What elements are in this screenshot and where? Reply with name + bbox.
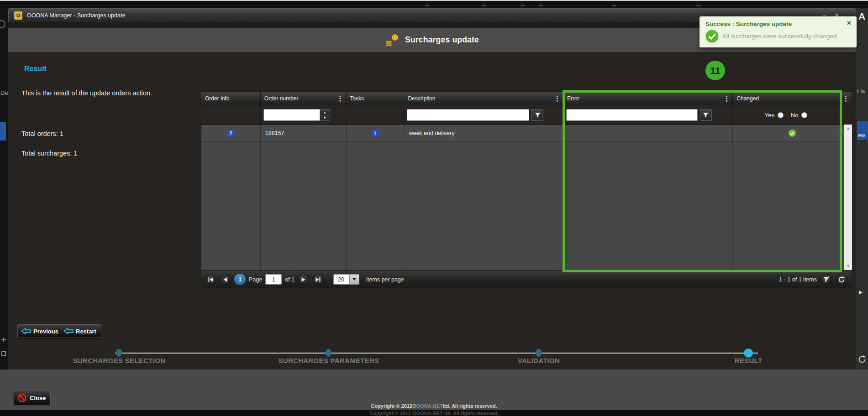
page-title: Surcharges update [405, 35, 479, 45]
background-window-artifact [482, 5, 486, 6]
previous-page-button[interactable] [220, 274, 231, 285]
items-range-label: 1 - 1 of 1 items [779, 276, 817, 283]
background-square-artifact [1, 351, 6, 356]
numeric-spinner: ▲ ▼ [320, 109, 330, 121]
toast-message: All surcharges were successfully changed [722, 33, 837, 40]
background-text-artifact: t la [857, 88, 865, 94]
step-dot-validation [536, 349, 542, 357]
order-number-filter-input[interactable] [263, 109, 320, 121]
page-of-label: of 1 [285, 276, 295, 283]
column-header-label: Order number [264, 95, 299, 102]
page-input[interactable] [265, 274, 282, 285]
background-window-right-strip: t la ew ▶ [856, 8, 868, 369]
step-label-surcharges-parameters: SURCHARGES PARAMETERS [278, 357, 379, 364]
copyright-prefix: Copyright © 2012 [369, 411, 412, 416]
previous-button-label: Previous [33, 328, 58, 335]
grid-body-column [347, 141, 405, 270]
background-window-letter: A [858, 11, 865, 22]
column-header-description[interactable]: Description⋮ [404, 92, 563, 105]
brand-name: ONA.NET [420, 411, 443, 416]
question-bubble-icon[interactable]: ? [226, 130, 235, 136]
items-per-page-label: items per page [366, 276, 404, 283]
coins-icon [385, 34, 399, 46]
scroll-up-icon[interactable]: ▲ [847, 125, 850, 132]
page-label: Page [249, 276, 262, 283]
previous-button[interactable]: Previous [17, 324, 63, 338]
copyright-suffix: ltd. All rights reserved. [443, 411, 499, 416]
toast-body: All surcharges were successfully changed [705, 30, 851, 43]
total-surcharges-label: Total surcharges: 1 [21, 150, 78, 157]
background-blue-artifact [0, 122, 6, 140]
scroll-down-icon[interactable]: ▼ [847, 262, 850, 270]
column-header-tasks[interactable]: Tasks [347, 92, 405, 105]
clear-filters-button[interactable] [821, 274, 832, 285]
refresh-button[interactable] [836, 274, 847, 285]
tasks-cell: i [347, 125, 405, 141]
page-size-value: 20 [333, 274, 350, 285]
restart-button-label: Restart [76, 328, 96, 335]
first-page-button[interactable] [205, 274, 216, 285]
previous-page-icon [223, 277, 227, 282]
screen: OOONA Manager - Surcharges update – ✕ A … [0, 0, 868, 416]
current-page-indicator[interactable]: 1 [234, 274, 246, 285]
restart-button[interactable]: Restart [60, 324, 101, 338]
background-window-artifact [612, 5, 616, 6]
grid-body-column [404, 141, 563, 270]
toast-close-icon[interactable]: ✕ [847, 20, 852, 26]
play-icon: ▶ [859, 289, 863, 295]
copyright-line-dim: Copyright © 2012 OOONA.NET ltd. All righ… [369, 411, 498, 416]
step-label-surcharges-selection: SURCHARGES SELECTION [73, 357, 166, 364]
background-copyright-strip: Copyright © 2012 OOONA.NET ltd. All righ… [0, 410, 868, 416]
window-title: OOONA Manager - Surcharges update [27, 12, 125, 19]
background-text-artifact: De [0, 89, 8, 96]
grid-body-column [261, 141, 347, 270]
column-header-order-number[interactable]: Order number⋮ [261, 92, 347, 105]
copyright-suffix: ltd. All rights reserved. [443, 403, 497, 409]
brand-letter: O [416, 411, 421, 416]
column-header-order-info[interactable]: Order info [201, 92, 261, 105]
order-info-cell: ? [201, 125, 261, 141]
brand-letter: O [412, 403, 416, 409]
annotation-step-badge: 11 [705, 61, 725, 80]
column-menu-icon[interactable]: ⋮ [842, 96, 849, 101]
filter-off-icon [823, 276, 830, 283]
step-label-result: RESULT [735, 357, 763, 364]
background-window-artifact [425, 5, 429, 6]
column-menu-icon[interactable]: ⋮ [554, 96, 561, 101]
grid-scrollbar[interactable]: ▲ ▼ [844, 125, 852, 270]
order-number-cell: 188157 [261, 125, 347, 141]
back-arrow-icon [63, 327, 74, 335]
column-header-label: Description [408, 95, 435, 102]
next-page-icon [301, 277, 305, 282]
refresh-icon [838, 276, 845, 283]
description-cell: week end delivery [404, 125, 563, 141]
column-header-label: Order info [205, 95, 229, 102]
background-window-strip [0, 0, 868, 8]
description-filter-cell [404, 105, 563, 125]
spinner-up-icon[interactable]: ▲ [320, 109, 330, 115]
next-page-button[interactable] [298, 274, 309, 285]
background-refresh-icon [857, 355, 867, 366]
page-size-select[interactable]: 20 [333, 274, 359, 285]
description-filter-input[interactable] [407, 109, 529, 121]
order-info-filter-cell [201, 105, 261, 125]
last-page-icon [316, 277, 321, 282]
step-dot-surcharges-parameters [326, 349, 331, 357]
page-size-dropdown-icon[interactable] [350, 274, 359, 285]
column-menu-icon[interactable]: ⋮ [337, 96, 344, 101]
annotation-highlight-box [563, 90, 842, 272]
success-check-icon [705, 30, 719, 43]
toast-title: Success : Surcharges update [705, 21, 851, 27]
order-number-filter-cell: ▲ ▼ [261, 105, 347, 125]
result-description: This is the result of the update orders … [21, 89, 152, 97]
background-window-artifact [696, 5, 701, 6]
last-page-button[interactable] [312, 274, 324, 285]
description-filter-button[interactable] [531, 109, 543, 121]
brand-letter: O [412, 411, 416, 416]
info-bubble-icon[interactable]: i [371, 130, 379, 136]
background-window-artifact [521, 5, 525, 6]
column-header-label: Tasks [350, 95, 364, 102]
spinner-down-icon[interactable]: ▼ [320, 115, 330, 120]
brand-name: ONA.NET [420, 403, 443, 409]
brand-letter: O [416, 403, 421, 409]
